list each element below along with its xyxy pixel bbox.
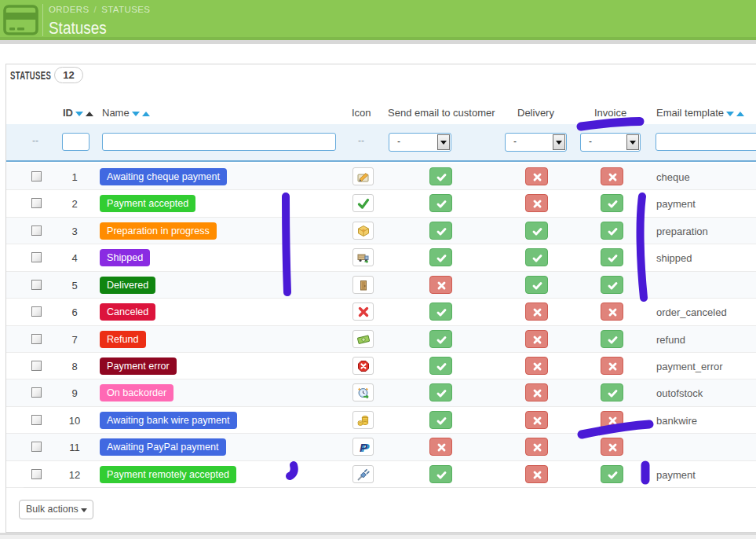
svg-text:P: P bbox=[360, 441, 368, 453]
